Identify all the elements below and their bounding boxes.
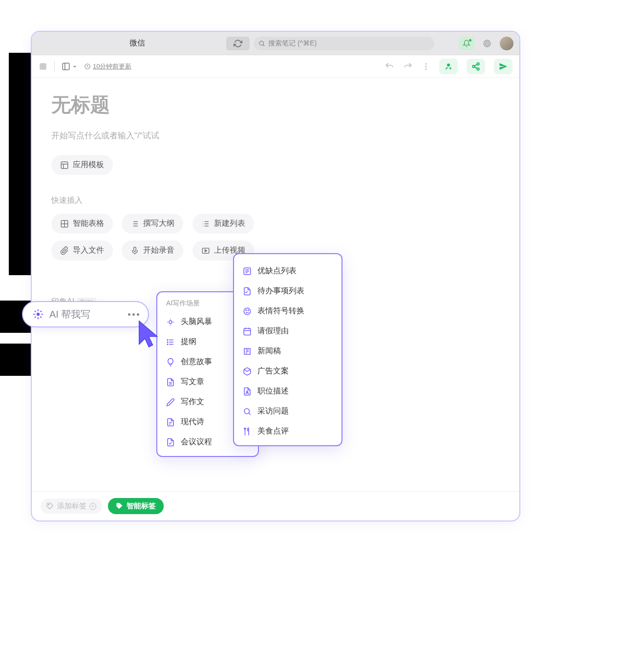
more-icon[interactable] bbox=[128, 313, 139, 316]
share-button[interactable] bbox=[467, 59, 485, 74]
apply-template-button[interactable]: 应用模板 bbox=[51, 155, 113, 175]
svg-rect-16 bbox=[61, 162, 68, 169]
menu-item-food-review[interactable]: 美食点评 bbox=[234, 421, 341, 441]
quick-insert-record-audio[interactable]: 开始录音 bbox=[122, 240, 183, 260]
expand-icon[interactable] bbox=[39, 62, 47, 71]
sync-icon bbox=[234, 39, 242, 48]
list-box-icon bbox=[243, 267, 252, 276]
undo-button[interactable] bbox=[384, 62, 394, 71]
outline-icon bbox=[130, 219, 139, 228]
profile-doc-icon bbox=[243, 387, 252, 396]
user-plus-icon bbox=[444, 62, 453, 71]
svg-point-38 bbox=[37, 313, 39, 315]
decor-shadow bbox=[9, 53, 31, 275]
mic-icon bbox=[130, 246, 139, 255]
layout-icon bbox=[62, 62, 70, 71]
svg-rect-4 bbox=[40, 63, 46, 70]
cursor-pointer-icon bbox=[136, 320, 163, 351]
titlebar-right bbox=[459, 37, 513, 50]
menu-item-interview-questions[interactable]: 采访问题 bbox=[234, 401, 341, 421]
menu-item-job-description[interactable]: 职位描述 bbox=[234, 381, 341, 401]
chevron-down-icon bbox=[72, 64, 77, 69]
avatar[interactable] bbox=[500, 37, 513, 50]
svg-point-64 bbox=[247, 391, 248, 392]
svg-point-12 bbox=[472, 65, 475, 67]
titlebar: 微信 搜索笔记 (^⌘E) bbox=[32, 32, 519, 55]
add-tag-button[interactable]: 添加标签 + bbox=[41, 499, 102, 514]
news-icon bbox=[243, 347, 252, 356]
svg-point-8 bbox=[426, 63, 427, 65]
check-note-icon bbox=[166, 438, 175, 447]
ai-pill-label: AI 帮我写 bbox=[49, 308, 128, 321]
svg-point-39 bbox=[169, 321, 172, 324]
checklist-icon bbox=[243, 287, 252, 296]
svg-line-14 bbox=[474, 67, 477, 68]
target-button[interactable] bbox=[479, 37, 495, 50]
svg-point-0 bbox=[259, 41, 263, 45]
smiley-icon bbox=[243, 307, 252, 316]
brainstorm-icon bbox=[166, 318, 175, 326]
collaborate-button[interactable] bbox=[439, 59, 458, 74]
quick-insert-outline[interactable]: 撰写大纲 bbox=[122, 214, 183, 234]
note-title[interactable]: 无标题 bbox=[51, 91, 500, 118]
menu-item-emoji-convert[interactable]: 表情符号转换 bbox=[234, 301, 341, 321]
svg-point-55 bbox=[246, 310, 247, 311]
calendar-icon bbox=[243, 327, 252, 336]
svg-point-54 bbox=[244, 308, 251, 315]
document-icon bbox=[166, 418, 175, 427]
menu-item-press-release[interactable]: 新闻稿 bbox=[234, 341, 341, 361]
tag-icon bbox=[46, 502, 54, 510]
menu-item-ad-copy[interactable]: 广告文案 bbox=[234, 361, 341, 381]
template-icon bbox=[60, 161, 69, 170]
decor-shadow bbox=[0, 344, 31, 376]
menu-item-pros-cons[interactable]: 优缺点列表 bbox=[234, 261, 341, 281]
search-doc-icon bbox=[243, 407, 252, 416]
more-button[interactable] bbox=[422, 62, 430, 71]
svg-point-56 bbox=[248, 310, 249, 311]
box-icon bbox=[243, 367, 252, 376]
fork-knife-icon bbox=[243, 427, 252, 436]
list-icon bbox=[201, 219, 210, 228]
svg-point-45 bbox=[167, 344, 168, 345]
notifications-button[interactable] bbox=[459, 37, 474, 50]
ai-write-pill[interactable]: AI 帮我写 bbox=[22, 301, 149, 327]
svg-point-10 bbox=[426, 68, 427, 69]
source-tab-title: 微信 bbox=[129, 38, 145, 48]
document-icon bbox=[166, 378, 175, 387]
note-body-placeholder[interactable]: 开始写点什么或者输入"/"试试 bbox=[51, 130, 500, 141]
menu-item-todo-list[interactable]: 待办事项列表 bbox=[234, 281, 341, 301]
quick-insert-import-file[interactable]: 导入文件 bbox=[51, 240, 113, 260]
quick-insert-label: 快速插入 bbox=[51, 195, 500, 206]
search-placeholder: 搜索笔记 (^⌘E) bbox=[268, 39, 317, 48]
redo-button[interactable] bbox=[403, 62, 413, 71]
svg-point-37 bbox=[48, 504, 49, 505]
search-input[interactable]: 搜索笔记 (^⌘E) bbox=[254, 37, 434, 50]
outline-icon bbox=[166, 338, 175, 347]
send-icon bbox=[499, 62, 508, 71]
separator bbox=[54, 61, 55, 72]
svg-point-3 bbox=[487, 43, 488, 44]
quick-insert-new-list[interactable]: 新建列表 bbox=[192, 214, 254, 234]
menu-item-leave-reason[interactable]: 请假理由 bbox=[234, 321, 341, 341]
svg-point-9 bbox=[426, 65, 427, 67]
pencil-icon bbox=[166, 398, 175, 407]
svg-line-15 bbox=[474, 64, 477, 65]
target-icon bbox=[483, 39, 491, 48]
sync-button[interactable] bbox=[226, 37, 250, 50]
ai-sparkle-icon bbox=[32, 308, 44, 321]
last-updated[interactable]: 10分钟前更新 bbox=[84, 62, 131, 71]
quick-insert-smart-table[interactable]: 智能表格 bbox=[51, 214, 113, 234]
layout-dropdown[interactable] bbox=[62, 62, 77, 71]
share-icon bbox=[471, 62, 480, 71]
svg-point-65 bbox=[244, 409, 250, 414]
svg-marker-36 bbox=[205, 249, 207, 252]
send-button[interactable] bbox=[494, 59, 512, 74]
bell-icon bbox=[463, 40, 470, 47]
ai-writing-menu-2: 优缺点列表 待办事项列表 表情符号转换 请假理由 新闻稿 广告文案 职位描述 采… bbox=[233, 253, 342, 446]
svg-point-13 bbox=[477, 68, 479, 70]
smart-tag-button[interactable]: 智能标签 bbox=[108, 498, 164, 514]
attachment-icon bbox=[60, 246, 69, 255]
svg-point-43 bbox=[167, 339, 168, 340]
plus-icon: + bbox=[89, 503, 96, 510]
svg-rect-34 bbox=[134, 247, 136, 251]
